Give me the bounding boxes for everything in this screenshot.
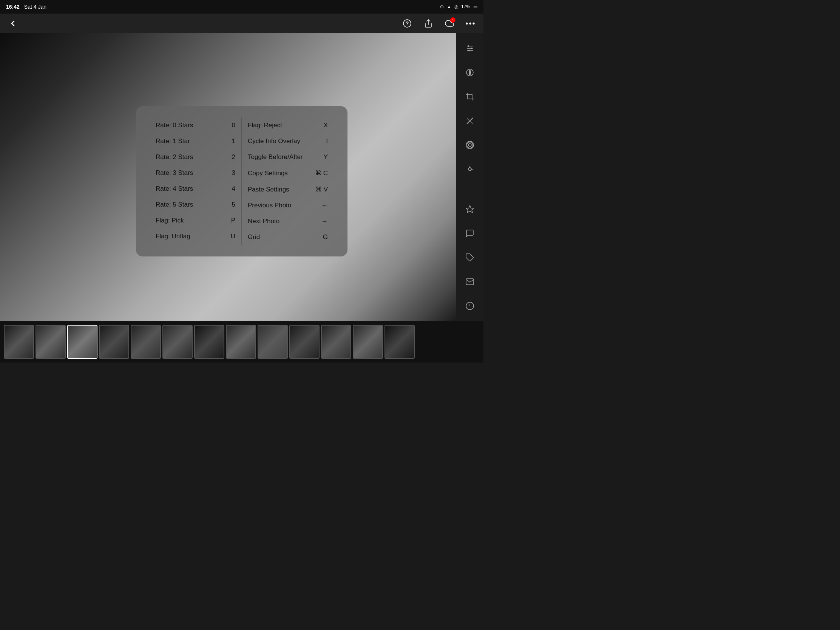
shortcut-key: ←: [321, 202, 328, 209]
shortcut-label: Paste Settings: [248, 186, 289, 193]
star-rating-icon[interactable]: [462, 202, 477, 217]
right-sidebar: [456, 33, 483, 321]
shortcut-key: 0: [232, 122, 235, 129]
filmstrip-thumbnail[interactable]: [131, 325, 161, 359]
shortcut-row: Rate: 5 Stars 5: [150, 197, 242, 213]
shortcut-label: Rate: 4 Stars: [156, 185, 193, 193]
shortcut-key: →: [321, 218, 328, 225]
battery-icon: ▭: [473, 4, 477, 9]
shortcut-key: 4: [232, 185, 235, 193]
shortcut-label: Toggle Before/After: [248, 153, 303, 161]
shortcut-label: Flag: Unflag: [156, 233, 190, 240]
shortcut-row: Grid G: [242, 229, 334, 245]
shortcut-label: Flag: Pick: [156, 217, 184, 224]
cloud-sync-button[interactable]: 1: [443, 17, 456, 30]
filmstrip-thumbnail[interactable]: [194, 325, 224, 359]
cloud-badge: 1: [450, 17, 455, 23]
toolbar-left: [6, 17, 20, 30]
shortcuts-left-column: Rate: 0 Stars 0 Rate: 1 Star 1 Rate: 2 S…: [150, 117, 242, 245]
headphone-icon: ◎: [455, 4, 458, 9]
status-bar-left: 16:42 Sat 4 Jan: [6, 4, 46, 10]
filmstrip-thumbnail[interactable]: [4, 325, 34, 359]
shortcut-key: 2: [232, 153, 235, 161]
wifi-icon: ▲: [447, 4, 452, 9]
shortcut-key: 3: [232, 169, 235, 177]
shortcut-key: U: [231, 233, 235, 240]
shortcut-label: Copy Settings: [248, 170, 288, 177]
shortcut-key: 5: [232, 201, 235, 208]
help-button[interactable]: ?: [400, 17, 414, 30]
shortcut-label: Rate: 2 Stars: [156, 153, 193, 161]
shortcut-row: Copy Settings ⌘ C: [242, 165, 334, 181]
shortcut-key: 1: [232, 137, 235, 145]
status-date: Sat 4 Jan: [24, 4, 46, 10]
filmstrip-thumbnail[interactable]: [353, 325, 383, 359]
filmstrip-thumbnail[interactable]: [35, 325, 66, 359]
shortcut-key: X: [324, 122, 328, 129]
svg-point-13: [467, 142, 473, 148]
shortcut-row: Toggle Before/After Y: [242, 149, 334, 165]
filmstrip-thumbnail[interactable]: [226, 325, 256, 359]
shortcut-row: Rate: 3 Stars 3: [150, 165, 242, 181]
shortcut-row: Paste Settings ⌘ V: [242, 181, 334, 197]
svg-point-12: [468, 144, 471, 147]
shortcut-label: Cycle Info Overlay: [248, 137, 300, 145]
adjustments-icon[interactable]: [462, 41, 477, 56]
shortcut-row: Flag: Unflag U: [150, 229, 242, 245]
comment-icon[interactable]: [462, 226, 477, 241]
top-toolbar: ? 1 •••: [0, 14, 483, 33]
filmstrip-thumbnail[interactable]: [257, 325, 288, 359]
info-icon[interactable]: [462, 298, 477, 314]
shortcuts-overlay: Rate: 0 Stars 0 Rate: 1 Star 1 Rate: 2 S…: [136, 106, 347, 256]
tag-icon[interactable]: [462, 250, 477, 265]
shortcut-key: ⌘ C: [315, 169, 328, 177]
filmstrip-thumbnail[interactable]: [99, 325, 129, 359]
filmstrip-thumbnail[interactable]: [67, 325, 98, 359]
shortcut-key: P: [231, 217, 235, 224]
svg-marker-16: [466, 205, 474, 213]
shortcut-row: Rate: 2 Stars 2: [150, 149, 242, 165]
shortcut-key: Y: [324, 153, 328, 161]
shortcut-row: Flag: Pick P: [150, 213, 242, 229]
shortcut-label: Flag: Reject: [248, 122, 282, 129]
more-button[interactable]: •••: [464, 17, 477, 30]
shortcut-row: Rate: 4 Stars 4: [150, 181, 242, 197]
svg-point-15: [468, 168, 471, 171]
targeted-adjustment-icon[interactable]: [462, 162, 477, 177]
status-bar: 16:42 Sat 4 Jan ⊙ ▲ ◎ 17% ▭: [0, 0, 483, 14]
shortcuts-right-column: Flag: Reject X Cycle Info Overlay I Togg…: [242, 117, 334, 245]
sidebar-top: [462, 41, 477, 177]
mask-icon[interactable]: [462, 65, 477, 80]
sidebar-bottom: [462, 202, 477, 314]
mail-icon[interactable]: [462, 274, 477, 289]
shortcut-row: Previous Photo ←: [242, 197, 334, 213]
svg-text:?: ?: [406, 21, 409, 27]
shortcut-label: Rate: 0 Stars: [156, 122, 193, 129]
shortcut-label: Rate: 5 Stars: [156, 201, 193, 208]
crop-icon[interactable]: [462, 89, 477, 104]
shortcut-label: Next Photo: [248, 218, 279, 225]
share-button[interactable]: [422, 17, 435, 30]
toolbar-right: ? 1 •••: [400, 17, 477, 30]
shortcut-label: Rate: 1 Star: [156, 137, 190, 145]
shortcut-key: ⌘ V: [315, 185, 328, 193]
status-bar-right: ⊙ ▲ ◎ 17% ▭: [440, 4, 477, 9]
shortcut-label: Rate: 3 Stars: [156, 169, 193, 177]
filmstrip: [0, 321, 483, 363]
filmstrip-thumbnail[interactable]: [385, 325, 415, 359]
back-button[interactable]: [6, 17, 20, 30]
radial-filter-icon[interactable]: [462, 137, 477, 153]
shortcut-key: I: [326, 137, 328, 145]
filmstrip-thumbnail[interactable]: [163, 325, 193, 359]
shortcut-row: Cycle Info Overlay I: [242, 133, 334, 149]
svg-point-8: [468, 50, 470, 51]
status-time: 16:42: [6, 4, 20, 10]
shortcut-row: Next Photo →: [242, 213, 334, 229]
svg-point-7: [471, 47, 472, 49]
filmstrip-thumbnail[interactable]: [321, 325, 351, 359]
signal-icon: ⊙: [440, 4, 444, 9]
filmstrip-thumbnail[interactable]: [289, 325, 319, 359]
healing-icon[interactable]: [462, 113, 477, 128]
shortcut-label: Previous Photo: [248, 202, 291, 209]
svg-point-6: [467, 45, 469, 47]
